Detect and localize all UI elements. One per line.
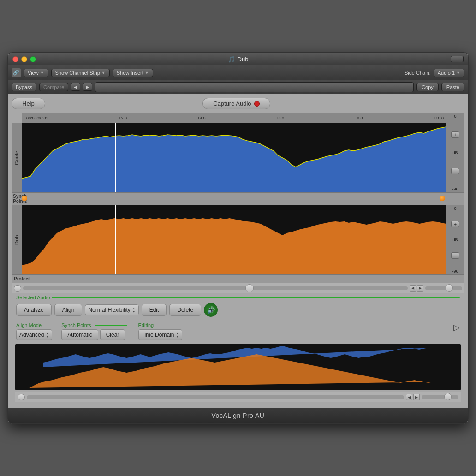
scroll-nav-left[interactable]: ◀ — [410, 285, 416, 292]
db-zero: 0 — [454, 114, 456, 119]
bottom-scroll-track[interactable] — [27, 395, 404, 399]
synch-dot-left[interactable] — [22, 196, 27, 201]
analyze-button[interactable]: Analyze — [16, 304, 52, 316]
time-domain-arrows: ▲ ▼ — [176, 332, 179, 338]
window-controls — [12, 56, 36, 62]
scroll-nav-right[interactable]: ▶ — [417, 285, 423, 292]
mini-waveform-view[interactable] — [15, 344, 461, 390]
synch-points-row: Automatic Clear — [61, 329, 129, 340]
flexibility-dropdown[interactable]: Normal Flexibility ▲ ▼ — [85, 304, 138, 315]
synch-points-bar: SynchPoints — [12, 192, 464, 205]
bypass-button[interactable]: Bypass — [12, 83, 36, 91]
minimize-button[interactable] — [21, 56, 27, 62]
dub-waveform[interactable] — [22, 205, 446, 274]
flexibility-arrows: ▲ ▼ — [132, 307, 136, 313]
guide-waveform-svg — [22, 123, 446, 192]
synch-points-group: Synch Points Automatic Clear — [61, 322, 129, 340]
app-footer: VocALign Pro AU — [8, 408, 468, 423]
dub-track-label: Dub — [12, 205, 22, 274]
zoom-bar[interactable] — [425, 286, 462, 290]
dub-waveform-svg — [22, 205, 446, 274]
db-neg96: -96 — [452, 187, 458, 191]
maximize-button[interactable] — [30, 56, 36, 62]
capture-audio-button[interactable]: Capture Audio — [202, 98, 270, 109]
side-chain-dropdown[interactable]: Audio 1 ▼ — [434, 69, 464, 77]
bottom-zoom-bar[interactable] — [422, 395, 458, 399]
time-marks: 00:00:00:03 +2.0 +4.0 +6.0 +8.0 +10.0 — [24, 116, 446, 120]
db-label: dB — [452, 150, 458, 155]
time-domain-dropdown[interactable]: Time Domain ▲ ▼ — [138, 329, 183, 340]
protect-label: Protect — [14, 276, 30, 281]
dub-db-zero: 0 — [454, 206, 456, 211]
svg-marker-1 — [22, 218, 446, 274]
time-mark-3: +6.0 — [276, 116, 284, 120]
close-button[interactable] — [12, 56, 18, 62]
guide-waveform[interactable] — [22, 123, 446, 192]
align-mode-dropdown[interactable]: Advanced ▲ ▼ — [16, 329, 52, 340]
window-expand-button[interactable] — [451, 56, 464, 62]
toolbar-row1: 🔗 View ▼ Show Channel Strip ▼ Show Inser… — [8, 65, 468, 80]
help-button[interactable]: Help — [12, 98, 45, 109]
align-button[interactable]: Align — [54, 304, 83, 316]
view-dropdown-arrow: ▼ — [40, 71, 44, 75]
bottom-scroll-right-btn[interactable]: ▶ — [413, 394, 420, 400]
scale-minus-button[interactable]: - — [451, 168, 459, 174]
clear-button[interactable]: Clear — [100, 329, 125, 340]
mini-waveform-svg — [15, 344, 461, 390]
plugin-body: Help Capture Audio Guide 00:00:00:03 +2.… — [8, 94, 468, 408]
preset-dropdown[interactable]: - — [95, 82, 414, 92]
bottom-scroll-left-btn[interactable]: ◀ — [406, 394, 412, 400]
dub-scale-plus[interactable]: + — [451, 221, 459, 227]
paste-button[interactable]: Paste — [441, 83, 464, 91]
editing-row: Time Domain ▲ ▼ — [138, 329, 183, 340]
title-bar: 🎵 Dub — [8, 53, 468, 65]
dub-db-neg96: -96 — [452, 269, 458, 274]
nav-left-button[interactable]: ◀ — [71, 83, 80, 91]
scroll-track[interactable] — [23, 286, 408, 290]
dub-playhead — [115, 205, 116, 274]
dub-scale-minus[interactable]: - — [451, 252, 459, 259]
scale-plus-button[interactable]: + — [451, 131, 459, 138]
zoom-handle[interactable] — [446, 284, 453, 292]
synch-points-section-label: Synch Points — [61, 322, 91, 328]
synch-dot-right[interactable] — [440, 196, 445, 201]
link-icon[interactable]: 🔗 — [12, 68, 21, 77]
app-window: 🎵 Dub 🔗 View ▼ Show Channel Strip ▼ Show… — [7, 52, 469, 424]
cursor-indicator: ▷ — [453, 322, 460, 333]
align-mode-label: Align Mode — [16, 322, 52, 328]
action-row: Analyze Align Normal Flexibility ▲ ▼ Edi… — [12, 302, 464, 321]
scroll-nav: ◀ ▶ — [410, 285, 423, 292]
bottom-controls: Align Mode Advanced ▲ ▼ Synch Points — [12, 321, 464, 344]
guide-track-section: Guide 00:00:00:03 +2.0 +4.0 +6.0 +8.0 +1… — [12, 113, 464, 192]
guide-track-label: Guide — [12, 123, 22, 192]
delete-button[interactable]: Delete — [169, 304, 201, 316]
top-controls: Help Capture Audio — [12, 98, 464, 109]
editing-label: Editing — [138, 322, 183, 328]
record-dot — [254, 101, 260, 107]
show-insert-button[interactable]: Show Insert ▼ — [113, 69, 153, 77]
dub-track-section: Dub 0 + dB - -96 — [12, 205, 464, 274]
scroll-left-thumb[interactable] — [14, 285, 21, 292]
bottom-scroll-nav: ◀ ▶ — [406, 394, 420, 400]
edit-button[interactable]: Edit — [142, 304, 167, 316]
automatic-button[interactable]: Automatic — [61, 329, 98, 340]
compare-button[interactable]: Compare — [39, 83, 68, 91]
speaker-button[interactable]: 🔊 — [204, 303, 218, 317]
window-icon: 🎵 — [228, 56, 235, 63]
toolbar-row2: Bypass Compare ◀ ▶ - Copy Paste — [8, 80, 468, 94]
scrollbar-area: ◀ ▶ — [12, 283, 464, 293]
playhead — [115, 123, 116, 192]
side-chain-label: Side Chain: — [405, 70, 431, 76]
show-channel-strip-button[interactable]: Show Channel Strip ▼ — [51, 69, 110, 77]
time-mark-2: +4.0 — [197, 116, 206, 120]
view-dropdown[interactable]: View ▼ — [24, 69, 48, 77]
nav-right-button[interactable]: ▶ — [83, 83, 92, 91]
editing-group: Editing Time Domain ▲ ▼ — [138, 322, 183, 340]
align-mode-row: Advanced ▲ ▼ — [16, 329, 52, 340]
bottom-scroll-left[interactable] — [18, 394, 25, 400]
bottom-zoom-handle[interactable] — [444, 393, 452, 400]
scroll-handle[interactable] — [245, 284, 254, 292]
copy-button[interactable]: Copy — [416, 83, 439, 91]
window-title: 🎵 Dub — [228, 56, 249, 63]
align-mode-arrows: ▲ ▼ — [46, 332, 49, 338]
